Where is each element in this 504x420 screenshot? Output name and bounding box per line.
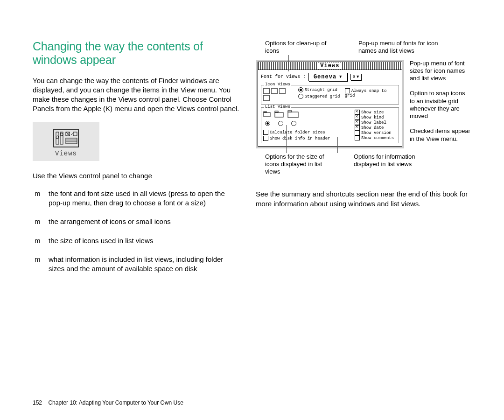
- closing-paragraph: See the summary and shortcuts section ne…: [256, 189, 471, 209]
- callout-checked-items: Checked items appear in the View menu.: [410, 127, 471, 143]
- use-intro: Use the Views control panel to change: [33, 171, 239, 181]
- views-panel-screenshot: Views Font for views : Geneva▼ 9▼ Icon V…: [256, 60, 404, 148]
- page-footer: 152 Chapter 10: Adapting Your Computer t…: [33, 399, 183, 406]
- show-size-checkbox[interactable]: Show size: [355, 110, 397, 115]
- svg-rect-8: [66, 138, 77, 144]
- folder-icon: [287, 110, 299, 118]
- list-icon-size-radio[interactable]: [265, 121, 270, 126]
- list-views-section: List Views: [261, 107, 399, 143]
- svg-rect-3: [60, 132, 63, 144]
- svg-text:✓: ✓: [71, 132, 73, 136]
- calc-folder-sizes-checkbox[interactable]: Calculate folder sizes: [263, 130, 350, 135]
- views-panel-icon: ✓: [53, 127, 79, 148]
- list-icon-size-radio[interactable]: [278, 121, 283, 126]
- show-comments-checkbox[interactable]: Show comments: [355, 135, 397, 140]
- list-item: the arrangement of icons or small icons: [33, 217, 239, 226]
- list-item: the font and font size used in all views…: [33, 189, 239, 208]
- svg-rect-7: [73, 132, 77, 136]
- icon-views-section: Icon Views Straight grid Staggered grid …: [261, 85, 399, 105]
- staggered-grid-radio[interactable]: Staggered grid: [298, 94, 340, 99]
- window-titlebar: Views: [258, 62, 402, 70]
- svg-point-2: [56, 136, 59, 139]
- callout-font-popup: Pop-up menu of fonts for icon names and …: [358, 40, 452, 55]
- show-kind-checkbox[interactable]: Show kind: [355, 115, 397, 120]
- callout-cleanup-options: Options for clean-up of icons: [265, 40, 340, 55]
- views-icon-figure: ✓ Views: [33, 122, 99, 161]
- bullet-list: the font and font size used in all views…: [33, 189, 239, 274]
- page-number: 152: [33, 399, 42, 406]
- svg-point-4: [60, 133, 63, 136]
- size-popup[interactable]: 9▼: [350, 74, 362, 80]
- font-popup[interactable]: Geneva▼: [308, 73, 348, 81]
- folder-icon: [263, 111, 271, 117]
- callout-list-icon-size: Options for the size of icons displayed …: [265, 153, 335, 176]
- callout-font-size-popup: Pop-up menu of font sizes for icon names…: [410, 60, 471, 83]
- chevron-down-icon: ▼: [339, 75, 342, 79]
- svg-rect-13: [275, 112, 283, 117]
- font-label: Font for views :: [261, 74, 306, 79]
- snap-to-grid-checkbox[interactable]: Always snap to grid: [345, 87, 397, 98]
- callout-snap-option: Option to snap icons to an invisible gri…: [410, 90, 471, 120]
- show-label-checkbox[interactable]: Show label: [355, 120, 397, 125]
- chevron-down-icon: ▼: [357, 75, 359, 79]
- folder-icon: [274, 110, 284, 118]
- intro-paragraph: You can change the way the contents of F…: [33, 76, 239, 114]
- chapter-title: Chapter 10: Adapting Your Computer to Yo…: [48, 399, 183, 406]
- show-version-checkbox[interactable]: Show version: [355, 130, 397, 135]
- straight-grid-radio[interactable]: Straight grid: [298, 87, 340, 92]
- svg-rect-15: [288, 112, 298, 118]
- svg-rect-16: [288, 111, 292, 112]
- svg-rect-11: [264, 112, 270, 117]
- section-heading: Changing the way the contents of windows…: [33, 40, 239, 67]
- svg-rect-14: [275, 111, 278, 112]
- views-icon-label: Views: [53, 150, 79, 157]
- list-icon-size-radio[interactable]: [291, 121, 296, 126]
- list-item: the size of icons used in list views: [33, 236, 239, 245]
- icon-size-samples: [263, 87, 294, 102]
- svg-rect-12: [264, 112, 266, 112]
- list-item: what information is included in list vie…: [33, 255, 239, 274]
- callout-list-info: Options for information displayed in lis…: [354, 153, 438, 176]
- show-date-checkbox[interactable]: Show date: [355, 125, 397, 130]
